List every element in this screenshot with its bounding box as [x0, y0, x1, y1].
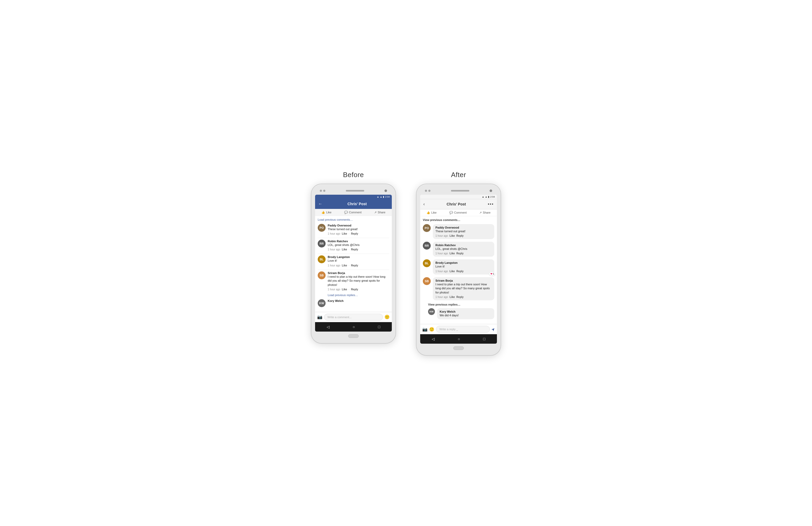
comparison-container: Before ▲ ▲ ▮ 2:04	[311, 171, 501, 355]
after-nav-bar: ◁ ○ □	[420, 334, 497, 344]
after-screen: ▲ ▲ ▮ 2:04 ‹ Chris' Post ••• 👍	[420, 195, 497, 344]
comment-kory-partial: KW Kory Welch	[318, 299, 389, 307]
reply-link-sriram[interactable]: Reply	[351, 288, 358, 291]
after-phone-sensors	[425, 190, 431, 192]
load-previous-replies[interactable]: Load previous replies…	[328, 293, 389, 297]
commenter-name-kory: Kory Welch	[328, 299, 389, 303]
load-previous-comments[interactable]: Load previous comments…	[318, 218, 389, 221]
reply-link-brody[interactable]: Reply	[351, 264, 358, 267]
after-avatar-sriram: SB	[423, 277, 431, 285]
comment-time-brody: 1 hour ago	[328, 264, 340, 267]
after-sensor-dot-1	[425, 190, 427, 192]
after-like-link-paddy[interactable]: Like	[450, 234, 455, 237]
after-emoji-icon[interactable]: 🙂	[429, 327, 434, 332]
like-icon: 👍	[321, 211, 325, 214]
after-comment-body-robin: Robin Ratchev LOL, great shots @Chris 1 …	[433, 242, 494, 257]
view-previous-comments[interactable]: View previous comments…	[423, 218, 494, 221]
home-nav-icon[interactable]: ○	[353, 325, 355, 329]
phone-bottom-hardware	[315, 332, 392, 339]
home-button[interactable]	[348, 334, 359, 338]
after-comment-time-robin: 1 hour ago	[435, 252, 448, 255]
back-nav-icon[interactable]: ◁	[327, 325, 330, 329]
emoji-icon[interactable]: 🙂	[385, 315, 390, 320]
before-input-bar[interactable]: 📷 Write a comment... 🙂	[315, 312, 392, 322]
app-bar-before: ← Chris' Post	[315, 199, 392, 209]
after-home-button[interactable]	[453, 346, 464, 350]
phone-sensors	[320, 190, 325, 192]
after-like-action[interactable]: 👍 Like	[426, 211, 436, 215]
after-comment-label[interactable]: Comment	[454, 211, 467, 214]
after-like-link-sriram[interactable]: Like	[450, 296, 455, 298]
after-phone-speaker	[451, 190, 469, 191]
comment-sriram: SB Sriram Borja I need to plan a trip ou…	[318, 272, 389, 291]
comment-label[interactable]: Comment	[349, 211, 362, 214]
after-content: View previous comments… PO Paddy Overwoo…	[420, 216, 497, 324]
recents-nav-icon[interactable]: □	[378, 325, 380, 329]
divider-1	[318, 238, 389, 238]
after-home-nav-icon[interactable]: ○	[458, 337, 460, 341]
comment-body-robin: Robin Ratchev LOL, great shots @Chris 1 …	[328, 239, 389, 251]
after-comment-action[interactable]: 💬 Comment	[449, 211, 467, 215]
after-share-action[interactable]: ↗ Share	[479, 211, 490, 215]
after-reply-link-paddy[interactable]: Reply	[456, 234, 464, 237]
after-comment-robin: RR Robin Ratchev LOL, great shots @Chris…	[423, 242, 494, 257]
back-button[interactable]: ←	[318, 202, 322, 206]
after-avatar-brody: BL	[423, 259, 431, 267]
phone-camera	[385, 189, 387, 192]
after-recents-nav-icon[interactable]: □	[483, 337, 485, 341]
after-phone-top-hardware	[420, 188, 497, 195]
phone-top-hardware	[315, 188, 392, 195]
status-bar: ▲ ▲ ▮ 2:04	[315, 195, 392, 199]
view-previous-replies[interactable]: View previous replies…	[428, 303, 494, 306]
sensor-dot-1	[320, 190, 322, 192]
share-label[interactable]: Share	[378, 211, 385, 214]
after-action-bar[interactable]: 👍 Like 💬 Comment ↗ Share	[420, 209, 497, 216]
reply-link-paddy[interactable]: Reply	[351, 232, 358, 235]
after-avatar-kory: KW	[428, 308, 435, 315]
after-input-bar[interactable]: 📷 🙂 Write a reply _ ➤	[420, 324, 497, 334]
after-commenter-name-robin: Robin Ratchev	[435, 244, 492, 247]
dot-sep-4: ·	[349, 288, 349, 291]
like-action[interactable]: 👍 Like	[321, 211, 331, 214]
comment-text-robin: LOL, great shots @Chris	[328, 243, 389, 247]
after-comment-time-paddy: 1 hour ago	[435, 234, 448, 237]
after-share-label[interactable]: Share	[483, 211, 490, 214]
before-label: Before	[343, 171, 364, 179]
after-input-placeholder: Write a reply _	[439, 327, 458, 331]
after-like-link-robin[interactable]: Like	[450, 252, 455, 255]
comment-meta-paddy: 1 hour ago Like · Reply	[328, 232, 389, 235]
replies-section: View previous replies… KW Kory Welch We …	[428, 303, 494, 319]
action-bar[interactable]: 👍 Like 💬 Comment ↗ Share	[315, 209, 392, 216]
reply-link-robin[interactable]: Reply	[351, 248, 358, 251]
like-link-sriram[interactable]: Like	[342, 288, 347, 291]
after-camera-icon[interactable]: 📷	[422, 327, 427, 332]
after-back-nav-icon[interactable]: ◁	[432, 337, 435, 341]
more-options-button[interactable]: •••	[488, 202, 494, 206]
before-phone: ▲ ▲ ▮ 2:04 ← Chris' Post 👍 Like	[311, 184, 395, 343]
comment-action[interactable]: 💬 Comment	[344, 211, 362, 214]
send-button[interactable]: ➤	[490, 326, 496, 332]
time-display: 2:04	[385, 195, 390, 198]
signal-icon: ▲	[380, 195, 382, 198]
after-share-icon: ↗	[479, 211, 482, 215]
comment-body-kory-partial: Kory Welch	[328, 299, 389, 303]
before-column: Before ▲ ▲ ▮ 2:04	[311, 171, 395, 343]
like-link-paddy[interactable]: Like	[342, 232, 347, 235]
like-link-robin[interactable]: Like	[342, 248, 347, 251]
after-reply-link-robin[interactable]: Reply	[456, 252, 464, 255]
like-label[interactable]: Like	[326, 211, 331, 214]
after-like-label[interactable]: Like	[431, 211, 436, 214]
before-comment-input[interactable]: Write a comment...	[324, 314, 383, 321]
like-link-brody[interactable]: Like	[342, 264, 347, 267]
after-comment-meta-robin: 1 hour ago Like Reply	[435, 252, 492, 255]
share-action[interactable]: ↗ Share	[374, 211, 385, 214]
after-like-link-brody[interactable]: Like	[450, 270, 455, 273]
after-commenter-name-paddy: Paddy Overwood	[435, 226, 492, 229]
after-phone-bottom-hardware	[420, 344, 497, 352]
share-icon: ↗	[374, 211, 377, 214]
avatar-sriram: SB	[318, 272, 325, 279]
after-reply-link-brody[interactable]: Reply	[456, 270, 464, 273]
after-reply-link-sriram[interactable]: Reply	[456, 296, 464, 298]
camera-icon[interactable]: 📷	[317, 315, 322, 320]
after-reply-input[interactable]: Write a reply _	[436, 326, 490, 333]
